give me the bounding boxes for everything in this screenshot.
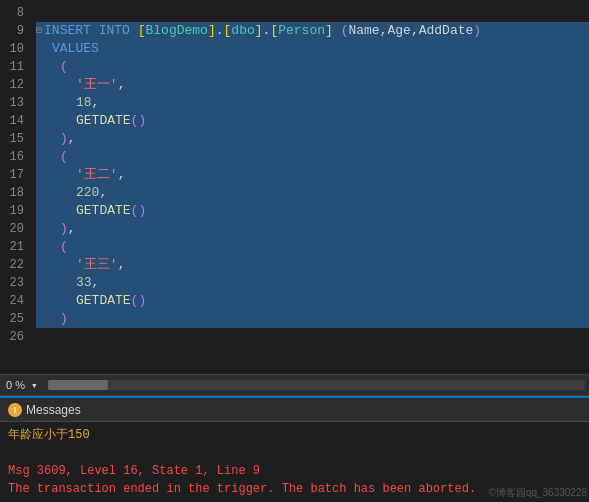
code-line-18: 220, [36,184,589,202]
code-line-23: 33, [36,274,589,292]
code-line-21: ( [36,238,589,256]
code-editor[interactable]: 8 9 10 11 12 13 14 15 16 17 18 19 20 21 … [0,0,589,374]
code-line-11: ( [36,58,589,76]
code-line-25: ) [36,310,589,328]
msg-line-1: 年龄应小于150 [8,426,581,444]
zoom-control[interactable]: 0 % ▾ [0,379,44,392]
code-line-16: ( [36,148,589,166]
zoom-dropdown[interactable]: ▾ [31,379,38,392]
horizontal-scrollbar[interactable] [48,380,585,390]
code-line-9: ⊟INSERT INTO [BlogDemo].[dbo].[Person] (… [36,22,589,40]
line-numbers: 8 9 10 11 12 13 14 15 16 17 18 19 20 21 … [0,0,32,374]
messages-header: ! Messages [0,398,589,422]
code-line-17: '王二', [36,166,589,184]
code-line-8 [36,4,589,22]
zoom-label: 0 % [6,379,25,391]
watermark: ©博客园qq_36330228 [488,486,587,500]
code-line-10: VALUES [36,40,589,58]
code-line-12: '王一', [36,76,589,94]
messages-icon: ! [8,403,22,417]
msg-line-2 [8,444,581,462]
code-lines[interactable]: ⊟INSERT INTO [BlogDemo].[dbo].[Person] (… [32,0,589,374]
code-line-24: GETDATE() [36,292,589,310]
code-line-13: 18, [36,94,589,112]
collapse-icon-9[interactable]: ⊟ [36,22,42,40]
code-line-20: ), [36,220,589,238]
code-line-26 [36,328,589,346]
code-line-14: GETDATE() [36,112,589,130]
messages-tab-label: Messages [26,403,81,417]
messages-tab[interactable]: ! Messages [8,403,81,417]
code-line-22: '王三', [36,256,589,274]
code-line-15: ), [36,130,589,148]
code-line-19: GETDATE() [36,202,589,220]
scrollbar-thumb[interactable] [48,380,108,390]
msg-line-3: Msg 3609, Level 16, State 1, Line 9 [8,462,581,480]
